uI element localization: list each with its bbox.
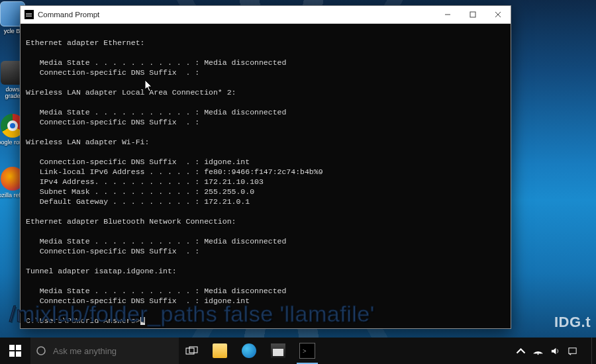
svg-rect-2 xyxy=(186,348,194,354)
search-input[interactable] xyxy=(52,345,179,357)
show-desktop-button[interactable] xyxy=(591,338,596,364)
taskbar xyxy=(0,338,596,364)
file-explorer-button[interactable] xyxy=(205,338,234,364)
titlebar[interactable]: Command Prompt xyxy=(21,6,511,24)
maximize-button[interactable] xyxy=(460,6,485,23)
store-button[interactable] xyxy=(264,338,293,364)
cmd-icon xyxy=(299,343,315,359)
edge-icon xyxy=(242,343,256,358)
svg-rect-0 xyxy=(470,12,475,17)
pinned-apps xyxy=(205,338,322,364)
edge-button[interactable] xyxy=(234,338,264,364)
svg-rect-5 xyxy=(568,347,575,353)
overlay-caption: /mixlab/folder_paths false 'llamafile' xyxy=(9,301,375,327)
cmd-titlebar-icon xyxy=(25,10,34,19)
icon-label: ycle Bi xyxy=(4,28,22,34)
tray-chevron-up-icon[interactable] xyxy=(512,346,529,356)
desktop: ycle Bi dows grade oogle rome ozilla ref… xyxy=(0,0,596,364)
store-icon xyxy=(271,343,285,358)
window-title: Command Prompt xyxy=(38,11,99,19)
close-button[interactable] xyxy=(485,6,511,23)
windows-logo-icon xyxy=(9,345,21,357)
cmd-taskbar-button[interactable] xyxy=(293,338,322,364)
command-prompt-window: Command Prompt Ethernet adapter Ethernet… xyxy=(20,5,511,329)
start-button[interactable] xyxy=(0,338,30,364)
volume-icon[interactable] xyxy=(546,346,564,356)
search-box[interactable] xyxy=(30,338,179,364)
cortana-icon xyxy=(30,345,52,356)
task-view-button[interactable] xyxy=(179,346,205,355)
svg-point-4 xyxy=(537,353,538,355)
svg-point-1 xyxy=(37,347,45,355)
system-tray xyxy=(512,338,596,364)
svg-rect-3 xyxy=(189,347,197,353)
minimize-button[interactable] xyxy=(435,6,460,23)
notifications-icon[interactable] xyxy=(564,346,581,356)
watermark: IDG.t xyxy=(554,314,591,331)
network-icon[interactable] xyxy=(529,346,546,356)
icon-label: dows grade xyxy=(5,86,20,99)
terminal-output[interactable]: Ethernet adapter Ethernet: Media State .… xyxy=(21,24,511,328)
folder-icon xyxy=(213,343,227,358)
